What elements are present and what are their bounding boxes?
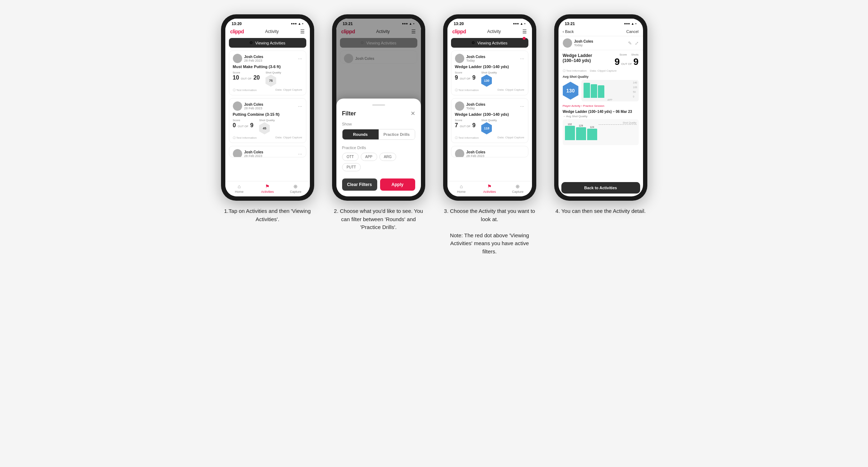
more-options-3-2[interactable]: ··· [520,103,524,109]
filter-close-btn[interactable]: ✕ [411,110,415,117]
capture-icon-3: ⊕ [515,184,520,189]
activity-card-3-3[interactable]: Josh Coles 28 Feb 2023 [451,146,528,157]
tag-app[interactable]: APP [361,153,377,161]
viewing-banner-1[interactable]: ⚙ Viewing Activities [229,38,306,48]
nav-activities-label-1: Activities [261,190,274,194]
bottom-nav-3: ⌂ Home ⚑ Activities ⊕ Capture [447,181,532,196]
phone-3-frame: 13:20 ●●● ▲ ▪ clippd Activity ☰ ⚙ View [443,14,536,201]
practice-drills-label: Practice Drills [342,146,415,150]
home-icon-1: ⌂ [238,184,241,189]
bar-2-4 [591,84,597,98]
session-link-4[interactable]: Player Activity › Practice Session [563,104,639,108]
apply-btn[interactable]: Apply [380,178,415,191]
nav-capture-label-3: Capture [512,190,523,194]
tag-putt[interactable]: PUTT [342,163,361,171]
user-name-1-1: Josh Coles [244,55,263,59]
y-axis-4: Shot Quality [623,121,636,124]
more-options-1-2[interactable]: ··· [298,103,302,109]
menu-icon-3[interactable]: ☰ [522,29,527,34]
more-options-1-3[interactable]: ··· [298,151,302,157]
score-label-1-1: Score [233,71,260,74]
viewing-banner-text-1: Viewing Activities [255,41,285,45]
user-date-3-3: 28 Feb 2023 [466,154,485,158]
menu-icon-1[interactable]: ☰ [300,29,305,34]
cancel-btn-4[interactable]: Cancel [626,29,638,34]
user-info-1-3: Josh Coles 28 Feb 2023 [233,149,263,157]
viewing-banner-3[interactable]: ⚙ Viewing Activities [451,38,528,48]
user-info-1-1: Josh Coles 28 Feb 2023 [233,54,263,63]
sq-stat-3-1: Shot Quality 130 [481,71,497,87]
filter-handle [372,104,385,106]
user-name-1-2: Josh Coles [244,103,263,106]
signal-icon-3: ●●● [513,22,519,25]
status-icons-1: ●●● ▲ ▪ [291,22,303,25]
edit-icon-4[interactable]: ✎ [628,40,632,46]
caption-3: 3. Choose the Activity that you want to … [443,207,536,256]
nav-home-1[interactable]: ⌂ Home [225,184,254,194]
chart-bar-3-4 [587,129,597,140]
activities-icon-1: ⚑ [265,184,270,189]
activity-card-1-1[interactable]: Josh Coles 28 Feb 2023 ··· Must Make Put… [229,51,306,95]
nav-capture-1[interactable]: ⊕ Capture [282,184,310,194]
score-col-label-4: Score [619,53,627,56]
signal-icon-4: ●●● [624,22,630,25]
y-label-50: 50 [633,91,637,93]
user-date-3-2: Today [466,106,485,110]
sq-stat-3-2: Shot Quality 118 [481,119,497,134]
score-stat-1-1: Score 10 OUT OF 20 [233,71,260,81]
user-info-4: Josh Coles Today [563,38,593,48]
score-stat-3-2: Score 7 OUT OF 9 [455,119,476,129]
avatar-3-3 [455,149,464,157]
bar-3-4 [598,85,604,98]
viewing-banner-text-3: Viewing Activities [477,41,507,45]
activity-card-3-2[interactable]: Josh Coles Today ··· Wedge Ladder (100–1… [451,98,528,143]
sq-stat-1-2: Shot Quality 45 [259,119,275,134]
back-activities-btn-4[interactable]: Back to Activities [561,182,640,194]
nav-home-label-1: Home [235,190,244,194]
tag-arg[interactable]: ARG [379,153,397,161]
sq-label-1-2: Shot Quality [259,119,275,122]
y-label-0: 0 [633,95,637,98]
bar-1-4 [584,83,590,98]
status-icons-4: ●●● ▲ ▪ [624,22,636,25]
sq-stat-1-1: Shot Quality 75 [265,71,281,87]
battery-icon-3: ▪ [524,22,525,25]
avatar-1-2 [233,101,242,111]
rounds-btn[interactable]: Rounds [342,129,379,139]
activity-card-1-2[interactable]: Josh Coles 28 Feb 2023 ··· Putting Combi… [229,98,306,143]
app-header-1: clippd Activity ☰ [225,27,310,37]
card-header-1-1: Josh Coles 28 Feb 2023 ··· [233,54,302,63]
practice-drills-btn[interactable]: Practice Drills [379,129,415,139]
nav-capture-3[interactable]: ⊕ Capture [504,184,532,194]
phone-2-frame: 13:21 ●●● ▲ ▪ clippd Activity ☰ ⚙ View [332,14,425,201]
phone-2-section: 13:21 ●●● ▲ ▪ clippd Activity ☰ ⚙ View [329,14,429,232]
activity-card-1-3[interactable]: Josh Coles 28 Feb 2023 ··· [229,146,306,157]
nav-home-3[interactable]: ⌂ Home [447,184,476,194]
nav-activities-1[interactable]: ⚑ Activities [253,184,282,194]
header-title-3: Activity [487,29,501,34]
tag-ott[interactable]: OTT [342,153,359,161]
shots-value-1-2: 9 [250,122,253,129]
sq-hex-3-2: 118 [481,122,492,134]
back-btn-4[interactable]: ‹ Back [563,29,574,34]
sq-label-3-1: Shot Quality [481,71,497,74]
user-name-1-3: Josh Coles [244,150,263,154]
avatar-3-2 [455,101,464,111]
avatar-1-3 [233,149,242,157]
card-header-3-3: Josh Coles 28 Feb 2023 [455,149,524,157]
shots-value-1-1: 20 [253,75,260,81]
score-stat-1-2: Score 0 OUT OF 9 [233,119,254,129]
clear-filters-btn[interactable]: Clear Filters [342,178,377,191]
card-footer-3-2: ⓘ Test Information Data: Clippd Capture [455,136,524,140]
user-date-4: Today [574,43,593,47]
more-options-1-1[interactable]: ··· [298,56,302,61]
show-toggle: Rounds Practice Drills [342,129,415,140]
expand-icon-4[interactable]: ⤢ [635,40,639,46]
status-time-4: 13:21 [565,22,575,26]
nav-activities-3[interactable]: ⚑ Activities [475,184,504,194]
more-options-3-1[interactable]: ··· [520,56,524,61]
data-text-3-1: Data: Clippd Capture [498,88,524,92]
activity-card-3-1[interactable]: Josh Coles Today ··· Wedge Ladder (100–1… [451,51,528,95]
wifi-icon-4: ▲ [631,22,634,25]
bar-val-2-4: 129 [579,124,583,127]
